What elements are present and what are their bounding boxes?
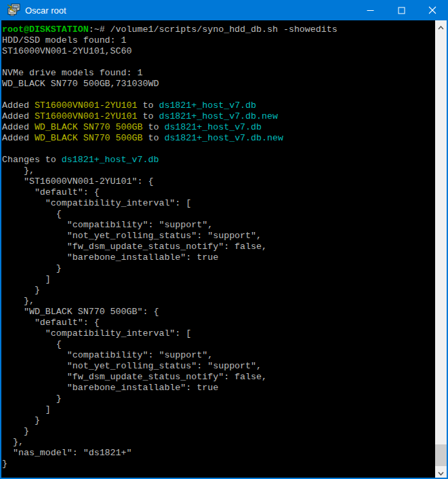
- terminal-line: }: [2, 415, 435, 426]
- terminal-line: ]: [2, 274, 435, 285]
- terminal-text-segment: "default": {: [2, 187, 100, 197]
- terminal-text-segment: "WD_BLACK SN770 500GB": {: [2, 307, 159, 317]
- terminal-text-segment: "nas_model": "ds1821+": [2, 448, 132, 458]
- terminal-text-segment: },: [2, 437, 24, 447]
- terminal-text-segment: ds1821+_host_v7.db.new: [159, 111, 278, 121]
- terminal-line: "default": {: [2, 187, 435, 198]
- terminal-line: },: [2, 296, 435, 307]
- terminal-line: Added WD_BLACK SN770 500GB to ds1821+_ho…: [2, 133, 435, 144]
- terminal-text-segment: {: [2, 209, 62, 219]
- scrollbar[interactable]: [435, 20, 447, 478]
- terminal-text-segment: "barebone_installable": true: [2, 383, 218, 393]
- terminal-text-segment: ST16000VN001-2YU101: [35, 111, 138, 121]
- terminal-line: NVMe drive models found: 1: [2, 68, 435, 79]
- terminal-text-segment: {: [2, 339, 62, 349]
- terminal-line: HDD/SSD models found: 1: [2, 35, 435, 46]
- terminal-text-segment: to: [138, 100, 159, 111]
- scroll-up-button[interactable]: [435, 20, 447, 32]
- terminal-line: {: [2, 209, 435, 220]
- scrollbar-thumb[interactable]: [435, 444, 447, 466]
- terminal-text-segment: "ST16000VN001-2YU101": {: [2, 176, 153, 187]
- terminal-line: [2, 144, 435, 155]
- terminal-text-segment: ds1821+_host_v7.db: [164, 122, 262, 132]
- close-icon: [428, 6, 436, 14]
- putty-window: Oscar root root@DISKSTATION:~# /volume1/…: [0, 0, 448, 479]
- terminal-line: }: [2, 285, 435, 296]
- terminal-text-segment: ds1821+_host_v7.db: [159, 100, 256, 111]
- terminal-text-segment: "compatibility_interval": [: [2, 328, 191, 339]
- terminal-line: "not_yet_rolling_status": "support",: [2, 231, 435, 242]
- terminal-line: "ST16000VN001-2YU101": {: [2, 176, 435, 187]
- minimize-icon: [367, 7, 374, 14]
- terminal-text-segment: to: [142, 122, 164, 132]
- window-controls: [354, 0, 448, 20]
- terminal-text-segment: }: [2, 285, 40, 295]
- terminal-line: WD_BLACK SN770 500GB,731030WD: [2, 79, 435, 90]
- terminal-text-segment: to: [142, 133, 164, 143]
- terminal-text-segment: WD_BLACK SN770 500GB: [35, 122, 143, 132]
- terminal-text-segment: WD_BLACK SN770 500GB,731030WD: [2, 79, 159, 89]
- chevron-down-icon: [438, 466, 444, 478]
- terminal-line: }: [2, 394, 435, 404]
- titlebar[interactable]: Oscar root: [0, 0, 448, 20]
- terminal-text-segment: "fw_dsm_update_status_notify": false,: [2, 372, 267, 382]
- terminal-line: "default": {: [2, 318, 435, 328]
- terminal-text-segment: to: [138, 111, 159, 121]
- terminal-text-segment: ds1821+_host_v7.db.new: [164, 133, 283, 143]
- terminal-text-segment: "barebone_installable": true: [2, 252, 218, 263]
- chevron-up-icon: [438, 20, 444, 33]
- terminal-output[interactable]: root@DISKSTATION:~# /volume1/scripts/syn…: [1, 20, 435, 478]
- terminal-line: "WD_BLACK SN770 500GB": {: [2, 307, 435, 318]
- terminal-line: Added WD_BLACK SN770 500GB to ds1821+_ho…: [2, 122, 435, 133]
- terminal-line: [2, 90, 435, 100]
- terminal-line: Added ST16000VN001-2YU101 to ds1821+_hos…: [2, 111, 435, 122]
- maximize-icon: [398, 7, 405, 14]
- terminal-text-segment: },: [2, 296, 35, 306]
- close-button[interactable]: [417, 0, 448, 20]
- terminal-line: },: [2, 166, 435, 176]
- maximize-button[interactable]: [386, 0, 417, 20]
- terminal-line: "not_yet_rolling_status": "support",: [2, 361, 435, 372]
- scroll-down-button[interactable]: [435, 466, 447, 478]
- terminal-text-segment: }: [2, 459, 7, 469]
- terminal-line: "fw_dsm_update_status_notify": false,: [2, 372, 435, 383]
- terminal-line: "barebone_installable": true: [2, 252, 435, 263]
- terminal-text-segment: "compatibility": "support",: [2, 350, 213, 360]
- terminal-text-segment: Changes to: [2, 155, 62, 165]
- terminal-text-segment: Added: [2, 133, 35, 143]
- terminal-text-segment: },: [2, 166, 35, 176]
- window-title: Oscar root: [25, 5, 354, 16]
- terminal-line: "compatibility": "support",: [2, 350, 435, 361]
- terminal-text-segment: "fw_dsm_update_status_notify": false,: [2, 242, 267, 252]
- putty-app-icon: [6, 3, 21, 18]
- terminal-line: "compatibility_interval": [: [2, 328, 435, 339]
- terminal-text-segment: HDD/SSD models found: 1: [2, 35, 127, 45]
- terminal-text-segment: }: [2, 263, 62, 273]
- terminal-text-segment: }: [2, 415, 40, 425]
- terminal-line: [2, 57, 435, 68]
- terminal-line: "barebone_installable": true: [2, 383, 435, 394]
- terminal-text-segment: ST16000VN001-2YU101: [35, 100, 138, 111]
- terminal-line: }: [2, 426, 435, 437]
- terminal-line: "nas_model": "ds1821+": [2, 448, 435, 459]
- terminal-text-segment: Added: [2, 100, 35, 111]
- window-body: root@DISKSTATION:~# /volume1/scripts/syn…: [0, 20, 448, 479]
- terminal-text-segment: "default": {: [2, 318, 100, 328]
- terminal-text-segment: ]: [2, 274, 51, 284]
- terminal-text-segment: "not_yet_rolling_status": "support",: [2, 361, 262, 371]
- terminal-text-segment: WD_BLACK SN770 500GB: [35, 133, 143, 143]
- terminal-text-segment: }: [2, 394, 62, 404]
- terminal-line: "fw_dsm_update_status_notify": false,: [2, 242, 435, 252]
- terminal-text-segment: ]: [2, 404, 51, 415]
- terminal-text-segment: "not_yet_rolling_status": "support",: [2, 231, 262, 241]
- terminal-text-segment: NVMe drive models found: 1: [2, 68, 142, 78]
- terminal-line: Changes to ds1821+_host_v7.db: [2, 155, 435, 166]
- terminal-line: ]: [2, 404, 435, 415]
- minimize-button[interactable]: [354, 0, 386, 20]
- terminal-text-segment: "compatibility_interval": [: [2, 198, 191, 208]
- terminal-text-segment: root@DISKSTATION: [2, 24, 89, 35]
- terminal-line: }: [2, 263, 435, 274]
- scrollbar-track[interactable]: [435, 32, 447, 466]
- terminal-text-segment: Added: [2, 122, 35, 132]
- terminal-line: Added ST16000VN001-2YU101 to ds1821+_hos…: [2, 100, 435, 111]
